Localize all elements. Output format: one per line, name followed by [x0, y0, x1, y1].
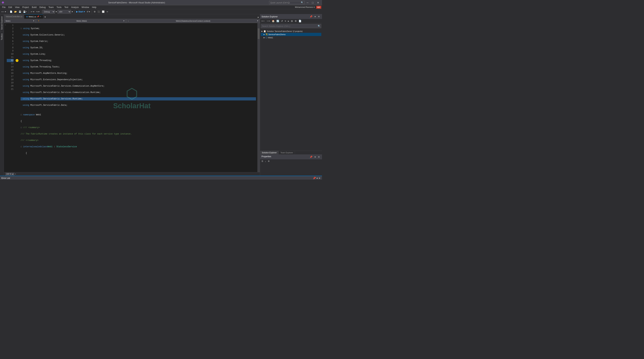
solution-tree-item[interactable]: ▶ 📋 Solution 'ServiceFabricDemo' (2 proj… [261, 30, 321, 33]
code-line-16: { [20, 120, 256, 123]
menu-team[interactable]: Team [47, 6, 55, 9]
se-forward-button[interactable]: ⟶ [266, 19, 271, 23]
se-collapse-button[interactable]: ▸ [287, 19, 290, 23]
project-servicefabricdemo-item[interactable]: ▶ 🏗 ServiceFabricDemo [261, 33, 321, 36]
menu-file[interactable]: File [1, 6, 7, 9]
project-label: ServiceFabricDemo [268, 33, 286, 36]
open-file-button[interactable]: 📂 [14, 10, 18, 13]
tab-web1[interactable]: W Web1.cs 📌 ✕ [24, 14, 43, 19]
menu-tools[interactable]: Tools [55, 6, 63, 9]
title-bar-left: ❖ [2, 1, 4, 4]
se-pin-button[interactable]: 📌 [309, 15, 313, 18]
props-properties-button[interactable]: ⚙ [267, 160, 270, 163]
step-over-button[interactable]: ⇒ [106, 10, 109, 13]
se-title-controls: 📌 ▾ ✕ [309, 15, 320, 18]
menu-view[interactable]: View [14, 6, 21, 9]
se-show-files-button[interactable]: 📄 [298, 19, 302, 23]
toolbar: ⟵ ▾ 📄 📂 💾 💾+ ↩ ▾ ↪ ▾ Debug Release ▾ x64… [0, 9, 322, 14]
code-line-11: using Microsoft.ServiceFabric.Services.C… [20, 91, 256, 94]
props-alpha-button[interactable]: ↕ [264, 160, 267, 163]
add-tab-button[interactable]: ▾ [44, 15, 47, 19]
save-all-button[interactable]: 💾+ [22, 10, 28, 13]
fold-icon-summary[interactable]: □ [20, 126, 23, 129]
minimize-button[interactable]: ─ [305, 0, 310, 5]
error-list-arrow-button[interactable]: ▾ [316, 177, 318, 180]
se-properties-button[interactable]: ⚙ [294, 19, 298, 23]
member-selector[interactable]: 🔸 Web1.Web1 ▾ [36, 19, 126, 23]
save-button[interactable]: 💾 [18, 10, 22, 13]
error-list-pin-button[interactable]: 📌 [313, 177, 316, 180]
undo-button[interactable]: ↩ ▾ [30, 10, 35, 13]
project-web1-item[interactable]: ▶ ⬡ Web1 [261, 36, 321, 39]
se-tab-team-explorer[interactable]: Team Explorer [279, 151, 295, 154]
tab-values-controller[interactable]: ValuesController.cs [4, 14, 24, 19]
menu-project[interactable]: Project [21, 6, 30, 9]
menu-edit[interactable]: Edit [7, 6, 14, 9]
menu-window[interactable]: Window [80, 6, 90, 9]
se-tab-solution-explorer[interactable]: Solution Explorer [260, 151, 279, 154]
properties-close-button[interactable]: ✕ [317, 155, 320, 159]
user-avatar: MR [316, 6, 321, 9]
close-button[interactable]: ✕ [316, 0, 320, 5]
props-categorized-button[interactable]: ☰ [261, 160, 264, 163]
menu-analyze[interactable]: Analyze [70, 6, 80, 9]
exceptions-button[interactable]: ⬜ [101, 10, 105, 13]
code-editor[interactable]: + 12345 678910 1112131415 161718192021 ! [4, 23, 260, 172]
menu-help[interactable]: Help [90, 6, 98, 9]
back-button[interactable]: ⟵ ▾ [1, 10, 7, 13]
tab-bar: ValuesController.cs W Web1.cs 📌 ✕ ▾ ▴ [4, 14, 260, 19]
se-refresh-button[interactable]: ↺ [280, 19, 284, 23]
se-search-input[interactable] [261, 24, 317, 28]
properties-panel: Properties 📌 ▾ ✕ ☰ ↕ ⚙ [260, 154, 322, 176]
code-content[interactable]: □ using System; using System.Collections… [19, 23, 258, 172]
redo-button[interactable]: ↪ ▾ [35, 10, 40, 13]
platform-dropdown[interactable]: x64 x86 Any CPU [58, 10, 71, 14]
code-line-15: □ namespace Web1 [20, 113, 256, 116]
new-file-button[interactable]: 📄 [9, 10, 13, 13]
toggle-editor-button[interactable]: ▴ [256, 15, 260, 19]
se-back-button[interactable]: ⟵ [261, 19, 266, 23]
toolbox-tab[interactable]: Toolbox [0, 32, 4, 42]
se-settings-button[interactable]: ▾ [314, 15, 316, 18]
error-list-close-button[interactable]: ✕ [318, 177, 320, 180]
code-line-1: □ using System; [20, 27, 256, 30]
context-icon: ○ [128, 20, 129, 22]
web1-expand-arrow[interactable]: ▶ [264, 37, 265, 38]
quick-launch-box[interactable]: Quick Launch (Ctrl+Q) 🔍 [269, 1, 304, 4]
menu-build[interactable]: Build [30, 6, 38, 9]
start-button[interactable]: ▶ Start ▾ [76, 10, 86, 13]
debug-config-dropdown[interactable]: Debug Release [42, 10, 55, 14]
class-selector[interactable]: Web1 ▾ [4, 19, 36, 23]
fold-icon[interactable]: □ [20, 27, 23, 30]
tab-close-button[interactable]: ✕ [40, 16, 41, 18]
se-new-solution-button[interactable]: ⊞ [290, 19, 294, 23]
solution-expand-arrow[interactable]: ▶ [262, 30, 263, 32]
se-close-button[interactable]: ✕ [317, 15, 320, 18]
code-line-3: using System.Fabric; [20, 40, 256, 43]
breakpoints-button[interactable]: ⬛ [97, 10, 101, 13]
properties-pin-button[interactable]: 📌 [309, 155, 313, 159]
context-selector[interactable]: ○ Web1(StatelessServiceContext context) … [126, 19, 260, 23]
maximize-button[interactable]: □ [311, 0, 315, 5]
zoom-arrow[interactable]: ▾ [15, 173, 16, 175]
editor-scrollbar-thumb[interactable] [258, 28, 260, 39]
se-home-button[interactable]: 🏠 [271, 19, 275, 23]
attach-button[interactable]: ⚙ [93, 10, 96, 13]
project-expand-arrow[interactable]: ▶ [264, 34, 265, 35]
bottom-panel: Error List 📌 ▾ ✕ Entire Solution Current… [0, 176, 322, 180]
expand-left-icon[interactable]: + [4, 24, 6, 26]
code-line-7: using System.Threading.Tasks; [20, 65, 256, 68]
editor-scrollbar[interactable] [258, 23, 260, 172]
zoom-dropdown[interactable]: 100 % 75 % 125 % [5, 173, 14, 176]
fold-icon-class[interactable]: □ [20, 145, 23, 148]
fold-icon-ns[interactable]: □ [20, 113, 23, 116]
menu-debug[interactable]: Debug [38, 6, 47, 9]
se-sync-button[interactable]: 🔄 [276, 19, 280, 23]
se-filter-button[interactable]: ≡ [284, 19, 287, 23]
tab-pin-icon[interactable]: 📌 [37, 16, 39, 18]
menu-test[interactable]: Test [63, 6, 70, 9]
properties-arrow-button[interactable]: ▾ [314, 155, 316, 159]
code-line-12: using Microsoft.ServiceFabric.Services.R… [20, 97, 256, 100]
server-explorer-tab[interactable]: Server Explorer [0, 14, 4, 32]
refresh-button[interactable]: ↺ ▾ [86, 10, 91, 13]
